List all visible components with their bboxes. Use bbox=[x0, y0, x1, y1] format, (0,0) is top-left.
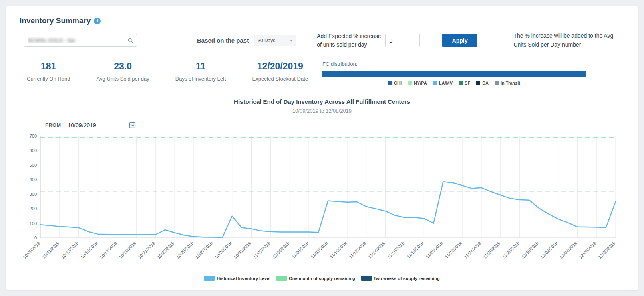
stats-group: 181 Currently On Hand 23.0 Avg Units Sol… bbox=[20, 61, 310, 85]
svg-text:10/27/2019: 10/27/2019 bbox=[195, 241, 213, 260]
chart-subtitle: 10/09/2019 to 12/08/2019 bbox=[20, 108, 624, 114]
legend-label: Historical Inventory Level bbox=[217, 276, 270, 281]
svg-text:100: 100 bbox=[30, 221, 37, 226]
inventory-chart-area: 010020030040050060070010/09/201910/11/20… bbox=[20, 131, 624, 281]
svg-text:11/28/2019: 11/28/2019 bbox=[501, 241, 520, 260]
svg-text:11/20/2019: 11/20/2019 bbox=[425, 241, 444, 260]
legend-item: One month of supply remaining bbox=[276, 276, 355, 281]
legend-label: Two weeks of supply remaining bbox=[374, 276, 440, 281]
search-icon[interactable] bbox=[127, 37, 134, 44]
legend-label: CHI bbox=[394, 81, 402, 85]
svg-text:10/29/2019: 10/29/2019 bbox=[214, 241, 233, 260]
legend-item: DA bbox=[476, 81, 489, 85]
svg-text:500: 500 bbox=[30, 163, 37, 168]
svg-text:10/31/2019: 10/31/2019 bbox=[233, 241, 252, 260]
apply-button[interactable]: Apply bbox=[442, 34, 478, 47]
chart-title: Historical End of Day Inventory Across A… bbox=[20, 98, 624, 105]
svg-text:11/22/2019: 11/22/2019 bbox=[444, 241, 463, 260]
fc-distribution: FC distribution: CHINY/PALA/MVSFDAIn Tra… bbox=[322, 61, 586, 85]
legend-item: Two weeks of supply remaining bbox=[361, 276, 440, 281]
legend-label: SF bbox=[465, 81, 470, 85]
legend-swatch bbox=[276, 276, 287, 281]
svg-text:11/16/2019: 11/16/2019 bbox=[386, 241, 405, 260]
svg-text:12/02/2019: 12/02/2019 bbox=[539, 241, 558, 260]
period-dropdown-value: 30 Days bbox=[258, 38, 275, 43]
stat-label: Days of Inventory Left bbox=[175, 76, 226, 82]
svg-text:11/12/2019: 11/12/2019 bbox=[348, 241, 367, 260]
search-input[interactable] bbox=[24, 34, 137, 47]
svg-text:11/04/2019: 11/04/2019 bbox=[272, 241, 290, 260]
from-date-input[interactable] bbox=[64, 120, 125, 130]
increase-label: Add Expected % increase of units sold pe… bbox=[317, 32, 381, 49]
card-header: Inventory Summary i bbox=[20, 16, 624, 25]
svg-text:700: 700 bbox=[30, 134, 37, 138]
based-on-label: Based on the past bbox=[197, 37, 249, 44]
legend-label: DA bbox=[482, 81, 489, 85]
svg-text:11/18/2019: 11/18/2019 bbox=[406, 241, 425, 260]
legend-label: LA/MV bbox=[439, 81, 453, 85]
svg-text:11/06/2019: 11/06/2019 bbox=[291, 241, 310, 260]
stat-avg-units-sold: 23.0 Avg Units Sold per day bbox=[94, 61, 152, 85]
svg-text:11/08/2019: 11/08/2019 bbox=[310, 241, 329, 260]
page-title: Inventory Summary bbox=[20, 16, 91, 25]
legend-item: Historical Inventory Level bbox=[204, 276, 270, 281]
increase-percent-input[interactable] bbox=[385, 34, 420, 47]
stat-value: 11 bbox=[175, 61, 226, 72]
svg-text:600: 600 bbox=[30, 148, 37, 153]
legend-item: LA/MV bbox=[433, 81, 453, 85]
legend-swatch bbox=[495, 81, 499, 85]
svg-text:12/08/2019: 12/08/2019 bbox=[597, 241, 616, 260]
stat-label: Currently On Hand bbox=[27, 76, 70, 82]
svg-text:10/17/2019: 10/17/2019 bbox=[99, 241, 117, 260]
info-icon[interactable]: i bbox=[94, 18, 101, 24]
svg-text:11/24/2019: 11/24/2019 bbox=[463, 241, 482, 260]
increase-hint: The % increase will be added to the Avg … bbox=[513, 32, 613, 49]
legend-item: SF bbox=[459, 81, 470, 85]
fc-distribution-bar bbox=[322, 71, 586, 77]
svg-text:10/21/2019: 10/21/2019 bbox=[137, 241, 156, 260]
stat-value: 181 bbox=[27, 61, 70, 72]
svg-text:12/04/2019: 12/04/2019 bbox=[559, 241, 578, 260]
inventory-summary-card: Inventory Summary i Based on the past 30… bbox=[6, 6, 638, 290]
chart-header: Historical End of Day Inventory Across A… bbox=[20, 98, 624, 114]
legend-item: In Transit bbox=[495, 81, 520, 85]
stat-value: 12/20/2019 bbox=[252, 61, 308, 72]
controls-row: Based on the past 30 Days ▾ Add Expected… bbox=[20, 32, 624, 49]
svg-text:11/02/2019: 11/02/2019 bbox=[252, 241, 271, 260]
stat-expected-stockout-date: 12/20/2019 Expected Stockout Date bbox=[250, 61, 310, 85]
legend-label: One month of supply remaining bbox=[289, 276, 355, 281]
legend-item: CHI bbox=[388, 81, 402, 85]
stat-label: Expected Stockout Date bbox=[252, 76, 308, 82]
legend-swatch bbox=[361, 276, 372, 281]
stats-row: 181 Currently On Hand 23.0 Avg Units Sol… bbox=[20, 61, 624, 85]
from-label: FROM bbox=[45, 122, 61, 128]
from-date-control: FROM bbox=[45, 120, 624, 130]
svg-text:12/06/2019: 12/06/2019 bbox=[578, 241, 597, 260]
stat-days-inventory-left: 11 Days of Inventory Left bbox=[173, 61, 228, 85]
legend-label: In Transit bbox=[501, 81, 520, 85]
svg-text:11/30/2019: 11/30/2019 bbox=[521, 241, 539, 260]
legend-swatch bbox=[204, 276, 215, 281]
svg-text:200: 200 bbox=[30, 207, 37, 211]
legend-swatch bbox=[433, 81, 437, 85]
svg-text:10/23/2019: 10/23/2019 bbox=[156, 241, 175, 260]
svg-text:11/14/2019: 11/14/2019 bbox=[367, 241, 386, 260]
legend-label: NY/PA bbox=[414, 81, 427, 85]
svg-text:10/15/2019: 10/15/2019 bbox=[80, 241, 99, 260]
chart-legend: Historical Inventory LevelOne month of s… bbox=[20, 276, 624, 281]
legend-swatch bbox=[388, 81, 392, 85]
period-dropdown[interactable]: 30 Days ▾ bbox=[254, 35, 296, 46]
svg-text:10/09/2019: 10/09/2019 bbox=[22, 241, 41, 260]
svg-text:300: 300 bbox=[30, 192, 37, 197]
calendar-icon[interactable] bbox=[129, 122, 136, 128]
svg-text:0: 0 bbox=[34, 235, 37, 240]
fc-distribution-legend: CHINY/PALA/MVSFDAIn Transit bbox=[322, 81, 586, 85]
chevron-down-icon: ▾ bbox=[290, 39, 292, 43]
svg-text:10/19/2019: 10/19/2019 bbox=[118, 241, 137, 260]
inventory-line-chart: 010020030040050060070010/09/201910/11/20… bbox=[20, 131, 621, 275]
legend-swatch bbox=[408, 81, 412, 85]
legend-swatch bbox=[476, 81, 480, 85]
svg-text:11/26/2019: 11/26/2019 bbox=[482, 241, 501, 260]
svg-text:400: 400 bbox=[30, 177, 37, 182]
svg-text:11/10/2019: 11/10/2019 bbox=[329, 241, 348, 260]
